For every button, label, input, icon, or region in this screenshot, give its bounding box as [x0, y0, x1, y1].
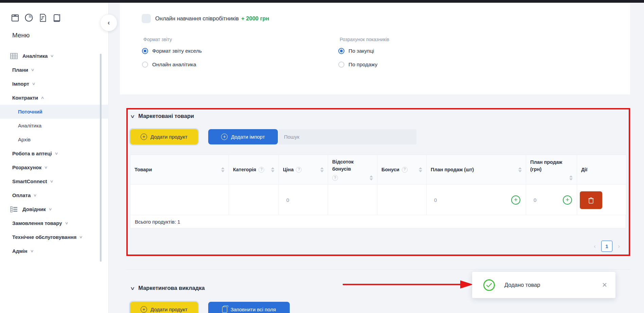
cell-plan-qty: 0: [427, 185, 526, 216]
chevron-down-icon: ∨: [33, 193, 37, 197]
sidebar-item-oplata[interactable]: Оплата∨: [0, 188, 109, 202]
section-title: Маркетингова викладка: [138, 285, 204, 291]
toast-message: Додано товар: [504, 282, 540, 288]
add-product-button[interactable]: Додати продукт: [130, 129, 198, 144]
online-training-checkbox[interactable]: [142, 14, 151, 23]
calc-mode-group-label: Розрахунок показників: [340, 37, 389, 42]
add-product-button-2[interactable]: Додати продукт: [130, 302, 198, 313]
sidebar-item-kontrakty[interactable]: Контракти∧: [0, 91, 109, 105]
column-header-bonuses[interactable]: Бонуси: [377, 155, 427, 185]
pagination-next-icon[interactable]: ›: [616, 243, 622, 250]
increment-plus-icon[interactable]: [563, 195, 572, 205]
sort-icon: [221, 167, 225, 172]
sidebar: Меню Аналітика∨ Плани∨ Імпорт∨ Контракти…: [0, 3, 109, 313]
sidebar-item-plany[interactable]: Плани∨: [0, 63, 109, 77]
archive-box-icon[interactable]: [10, 13, 20, 22]
column-header-bonus-percent[interactable]: Відсоток бонусів: [328, 155, 377, 185]
sidebar-nav: Аналітика∨ Плани∨ Імпорт∨ Контракти∧ Пот…: [0, 49, 109, 258]
success-check-icon: [483, 279, 495, 291]
online-training-price: + 2000 грн: [241, 15, 269, 22]
online-training-row: Онлайн навчання співробітників + 2000 гр…: [142, 14, 269, 23]
plan-qty-value[interactable]: 0: [434, 197, 437, 203]
chevron-down-icon: ∨: [44, 165, 48, 170]
column-header-plan-qty[interactable]: План продаж (шт): [427, 155, 526, 185]
sidebar-item-zamovlennia-tovaru[interactable]: Замовлення товару∨: [0, 216, 109, 230]
trash-icon: [588, 196, 594, 204]
sidebar-scrollbar[interactable]: [100, 54, 102, 262]
chevron-down-icon: ∨: [48, 207, 52, 211]
toast-success: Додано товар: [472, 272, 615, 298]
cell-plan-uah: 0: [526, 185, 577, 216]
online-training-label: Онлайн навчання співробітників: [155, 15, 239, 22]
sidebar-item-potochnyi[interactable]: Поточний: [0, 105, 109, 119]
cell-category[interactable]: [229, 185, 279, 216]
sort-icon: [370, 175, 373, 180]
chevron-down-icon[interactable]: ∨: [130, 114, 135, 119]
sidebar-item-analitika-sub[interactable]: Аналітика: [0, 119, 109, 133]
report-format-group-label: Формат звіту: [143, 37, 172, 42]
top-bar: [0, 0, 644, 3]
chevron-down-icon: ∨: [31, 68, 34, 72]
copy-icon: [222, 307, 227, 313]
chevron-down-icon[interactable]: ∨: [130, 285, 135, 291]
help-icon[interactable]: [296, 167, 302, 173]
radio-report-excel[interactable]: Формат звіту ексель: [142, 48, 202, 54]
radio-icon: [338, 48, 344, 54]
chevron-down-icon: ∨: [50, 179, 53, 184]
sidebar-item-import[interactable]: Імпорт∨: [0, 77, 109, 91]
pagination: ‹ 1 ›: [592, 241, 622, 252]
cell-actions: [577, 185, 626, 216]
sort-icon: [271, 167, 274, 172]
products-total: Всього продуктів: 1: [130, 215, 626, 228]
cell-product[interactable]: [130, 185, 229, 216]
plus-circle-icon: [141, 306, 147, 313]
sidebar-item-dovidnyk[interactable]: Довідник∨: [0, 202, 109, 216]
sidebar-item-admin[interactable]: Адмін∨: [0, 244, 109, 258]
column-header-plan-uah[interactable]: План продаж (грн): [526, 155, 577, 185]
pagination-prev-icon[interactable]: ‹: [592, 243, 598, 250]
cell-price[interactable]: 0: [279, 185, 328, 216]
chevron-up-icon: ∧: [41, 95, 44, 100]
column-header-category[interactable]: Категорія: [229, 155, 279, 185]
help-icon[interactable]: [332, 175, 338, 181]
help-icon[interactable]: [258, 167, 264, 173]
sidebar-item-analitika[interactable]: Аналітика∨: [0, 49, 109, 63]
radio-by-purchase[interactable]: По закупці: [338, 48, 374, 54]
search-input[interactable]: [279, 129, 416, 144]
chevron-down-icon: ∨: [50, 54, 54, 58]
plus-circle-icon: [141, 134, 147, 140]
sidebar-item-robota-v-aptetsi[interactable]: Робота в аптеці∨: [0, 146, 109, 160]
close-icon[interactable]: [602, 281, 607, 289]
sort-icon: [569, 175, 573, 180]
fill-all-fields-button[interactable]: Заповнити всі поля: [208, 302, 290, 313]
help-icon[interactable]: [402, 167, 408, 173]
plan-uah-value[interactable]: 0: [534, 197, 536, 203]
document-icon[interactable]: [38, 13, 48, 22]
sidebar-item-smartconnect[interactable]: SmartConnect∨: [0, 174, 109, 188]
radio-by-sales[interactable]: По продажу: [338, 62, 377, 68]
radio-online-analytics[interactable]: Онлайн аналітика: [142, 62, 196, 68]
sort-icon: [518, 167, 522, 172]
cell-bonuses[interactable]: [377, 185, 427, 216]
pie-chart-icon[interactable]: [24, 13, 34, 22]
sidebar-title: Меню: [12, 32, 30, 39]
delete-row-button[interactable]: [580, 191, 602, 209]
radio-icon: [338, 62, 344, 68]
sidebar-collapse-button[interactable]: ‹: [100, 14, 117, 31]
increment-plus-icon[interactable]: [511, 195, 520, 205]
sidebar-item-arkhiv[interactable]: Архів: [0, 133, 109, 146]
sort-icon: [419, 167, 422, 172]
column-header-price[interactable]: Ціна: [279, 155, 328, 185]
add-import-button[interactable]: Додати імпорт: [208, 129, 278, 144]
column-header-products[interactable]: Товари: [130, 155, 229, 185]
chevron-down-icon: ∨: [54, 151, 58, 156]
sidebar-item-tekhnichne-obsluhovuvannia[interactable]: Технічне обслуговування∨: [0, 230, 109, 244]
book-icon[interactable]: [52, 13, 61, 22]
table-row: 0 0 0: [130, 185, 626, 216]
sidebar-quick-icons: [10, 13, 61, 22]
sidebar-item-rozrakhunok[interactable]: Розрахунок∨: [0, 160, 109, 174]
radio-icon: [142, 48, 148, 54]
chevron-down-icon: ∨: [79, 235, 83, 239]
pagination-page-1[interactable]: 1: [601, 241, 612, 252]
cell-bonus-percent[interactable]: [328, 185, 377, 216]
